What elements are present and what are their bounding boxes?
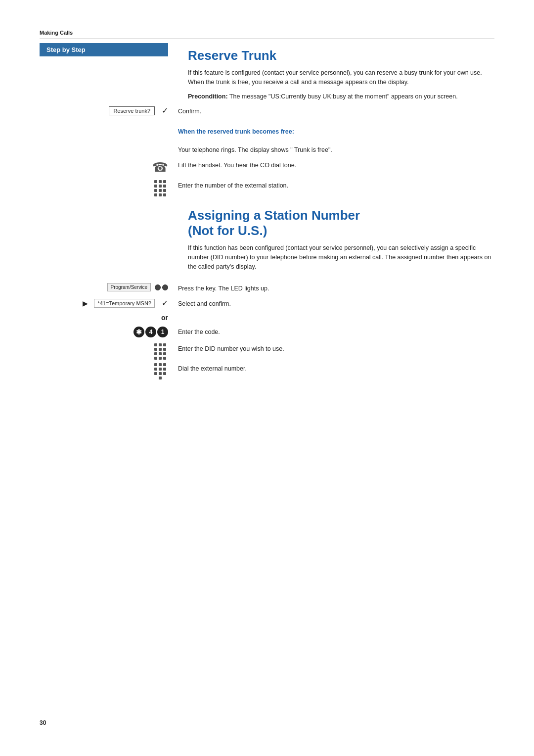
star-icon: ✱ <box>134 327 144 337</box>
precondition-label: Precondition: <box>188 93 228 100</box>
enter-code-text: Enter the code. <box>178 327 494 337</box>
select-checkmark: ✓ <box>162 298 168 308</box>
four-icon: 4 <box>145 327 156 337</box>
confirm-text: Confirm. <box>178 106 494 116</box>
lift-handset-text: Lift the handset. You hear the CO dial t… <box>178 160 494 170</box>
assigning-body: If this function has been configured (co… <box>188 243 494 271</box>
enter-did-text: Enter the DID number you wish to use. <box>178 343 494 354</box>
keypad-icon-dial <box>154 363 168 377</box>
page-number: 30 <box>40 719 46 726</box>
dial-external-text: Dial the external number. <box>178 363 494 374</box>
keypad-icon <box>154 180 168 194</box>
reserve-trunk-body: If this feature is configured (contact y… <box>188 68 494 87</box>
confirm-checkmark: ✓ <box>162 106 168 115</box>
led-indicators <box>155 284 168 290</box>
one-icon: 1 <box>157 327 168 337</box>
page-header: Making Calls <box>40 30 494 39</box>
press-key-text: Press the key. The LED lights up. <box>178 283 494 293</box>
trunk-free-step1: Your telephone rings. The display shows … <box>178 144 494 155</box>
step-by-step-box: Step by Step <box>40 43 168 56</box>
when-free-subheading: When the reserved trunk becomes free: <box>178 126 494 137</box>
handset-icon: ☎ <box>152 160 168 175</box>
program-service-button[interactable]: Program/Service <box>107 283 151 291</box>
select-confirm-text: Select and confirm. <box>178 298 494 309</box>
or-label: or <box>161 314 168 322</box>
precondition-text: Precondition: The message "US:Currently … <box>188 92 494 101</box>
assigning-title: Assigning a Station Number (Not for U.S.… <box>188 208 494 238</box>
code-icons: ✱ 4 1 <box>134 327 168 337</box>
reserve-trunk-title: Reserve Trunk <box>188 48 494 63</box>
reserve-trunk-display: Reserve trunk? <box>109 106 155 115</box>
msn-display-box: *41=Temporary MSN? <box>94 299 155 308</box>
enter-external-number-text: Enter the number of the external station… <box>178 180 494 190</box>
arrow-indicator: ▶ <box>83 299 88 307</box>
keypad-icon-did <box>154 343 168 357</box>
precondition-content: The message "US:Currently busy UK:busy a… <box>229 93 458 100</box>
